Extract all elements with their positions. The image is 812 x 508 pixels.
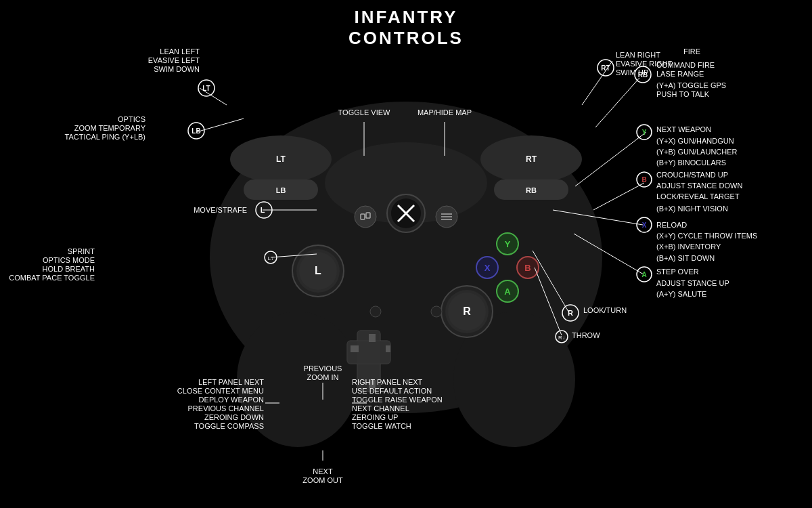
- svg-text:HOLD BREATH: HOLD BREATH: [43, 265, 95, 273]
- main-svg: LT RT LB RB: [0, 0, 812, 508]
- svg-text:CROUCH/STAND UP: CROUCH/STAND UP: [656, 171, 728, 179]
- svg-text:R↓: R↓: [558, 335, 565, 341]
- svg-point-48: [431, 306, 442, 317]
- svg-text:STEP OVER: STEP OVER: [656, 268, 699, 276]
- svg-text:OPTICS MODE: OPTICS MODE: [43, 256, 95, 264]
- svg-text:TOGGLE RAISE WEAPON: TOGGLE RAISE WEAPON: [352, 396, 443, 404]
- svg-text:FIRE: FIRE: [683, 47, 700, 56]
- svg-text:L: L: [315, 265, 321, 276]
- svg-line-68: [595, 78, 639, 127]
- svg-text:CLOSE CONTEXT MENU: CLOSE CONTEXT MENU: [177, 387, 264, 395]
- svg-text:R: R: [568, 309, 573, 317]
- svg-text:RELOAD: RELOAD: [656, 221, 687, 229]
- svg-line-75: [575, 132, 646, 186]
- svg-text:B: B: [641, 176, 646, 184]
- svg-text:LEAN RIGHT: LEAN RIGHT: [616, 51, 660, 59]
- svg-text:RT: RT: [601, 64, 610, 72]
- svg-text:USE DEFAULT ACTION: USE DEFAULT ACTION: [352, 387, 432, 395]
- title-area: INFANTRY CONTROLS: [348, 7, 464, 49]
- svg-text:ZOOM IN: ZOOM IN: [307, 373, 338, 381]
- svg-text:RB: RB: [638, 71, 648, 79]
- svg-text:ZOOM TEMPORARY: ZOOM TEMPORARY: [74, 124, 146, 132]
- svg-marker-35: [369, 334, 376, 342]
- svg-text:A: A: [641, 271, 646, 278]
- svg-marker-38: [386, 345, 390, 352]
- svg-text:RIGHT PANEL NEXT: RIGHT PANEL NEXT: [352, 378, 423, 386]
- svg-text:(Y+X) GUN/HANDGUN: (Y+X) GUN/HANDGUN: [656, 137, 734, 145]
- svg-text:X: X: [484, 263, 491, 273]
- svg-text:TOGGLE VIEW: TOGGLE VIEW: [338, 108, 390, 117]
- svg-text:EVASIVE LEFT: EVASIVE LEFT: [148, 56, 200, 64]
- svg-text:(B+A) SIT DOWN: (B+A) SIT DOWN: [656, 254, 715, 262]
- svg-text:(X+B) INVENTORY: (X+B) INVENTORY: [656, 242, 721, 251]
- svg-text:MAP/HIDE MAP: MAP/HIDE MAP: [418, 108, 472, 117]
- svg-text:L: L: [261, 206, 265, 214]
- svg-text:LB: LB: [276, 186, 286, 194]
- svg-text:Y: Y: [642, 129, 647, 136]
- title-line1: INFANTRY: [348, 7, 464, 28]
- svg-text:LASE RANGE: LASE RANGE: [656, 70, 704, 78]
- svg-text:R: R: [463, 305, 471, 317]
- svg-text:Y: Y: [505, 239, 511, 249]
- svg-text:SPRINT: SPRINT: [68, 247, 95, 255]
- svg-text:(Y+A) TOGGLE GPS: (Y+A) TOGGLE GPS: [656, 81, 726, 89]
- svg-text:RB: RB: [526, 186, 537, 194]
- svg-text:LOOK/TURN: LOOK/TURN: [583, 306, 627, 314]
- svg-text:LT: LT: [276, 154, 286, 164]
- svg-text:L↓: L↓: [268, 255, 273, 261]
- svg-text:LB: LB: [191, 127, 200, 135]
- title-line2: CONTROLS: [348, 28, 464, 49]
- svg-text:TOGGLE WATCH: TOGGLE WATCH: [352, 422, 411, 430]
- svg-text:COMMAND FIRE: COMMAND FIRE: [656, 61, 715, 69]
- svg-text:X: X: [642, 221, 647, 229]
- page-container: INFANTRY CONTROLS LT RT LB RB: [0, 0, 812, 508]
- svg-text:B: B: [524, 263, 531, 273]
- svg-text:OPTICS: OPTICS: [118, 115, 145, 123]
- svg-marker-37: [351, 345, 359, 352]
- svg-text:PREVIOUS: PREVIOUS: [304, 364, 342, 373]
- svg-text:NEXT WEAPON: NEXT WEAPON: [656, 125, 711, 133]
- svg-text:ADJUST STANCE DOWN: ADJUST STANCE DOWN: [656, 182, 742, 190]
- svg-text:DEPLOY WEAPON: DEPLOY WEAPON: [199, 396, 264, 404]
- svg-text:MOVE/STRAFE: MOVE/STRAFE: [194, 206, 247, 214]
- svg-line-82: [593, 183, 644, 210]
- svg-text:COMBAT PACE TOGGLE: COMBAT PACE TOGGLE: [9, 274, 95, 282]
- svg-text:NEXT: NEXT: [313, 467, 333, 475]
- svg-text:(Y+B) GUN/LAUNCHER: (Y+B) GUN/LAUNCHER: [656, 148, 738, 156]
- svg-text:THROW: THROW: [572, 331, 600, 339]
- svg-text:LEFT PANEL NEXT: LEFT PANEL NEXT: [198, 378, 264, 386]
- svg-text:ZEROING DOWN: ZEROING DOWN: [204, 413, 264, 421]
- svg-text:SWIM DOWN: SWIM DOWN: [154, 65, 200, 73]
- svg-point-12: [355, 206, 376, 228]
- svg-text:NEXT CHANNEL: NEXT CHANNEL: [352, 404, 409, 412]
- svg-line-55: [196, 119, 244, 132]
- svg-text:(X+Y) CYCLE THROW ITEMS: (X+Y) CYCLE THROW ITEMS: [656, 232, 757, 240]
- svg-text:ZEROING UP: ZEROING UP: [352, 413, 398, 421]
- svg-text:A: A: [504, 287, 511, 297]
- svg-text:RT: RT: [526, 154, 537, 164]
- svg-text:PUSH TO TALK: PUSH TO TALK: [656, 90, 710, 98]
- svg-text:LOCK/REVEAL TARGET: LOCK/REVEAL TARGET: [656, 192, 740, 200]
- svg-text:(B+X) NIGHT VISION: (B+X) NIGHT VISION: [656, 205, 728, 213]
- svg-text:(A+Y) SALUTE: (A+Y) SALUTE: [656, 290, 706, 298]
- svg-text:(B+Y) BINOCULARS: (B+Y) BINOCULARS: [656, 158, 726, 167]
- svg-text:ZOOM OUT: ZOOM OUT: [302, 476, 343, 484]
- svg-text:PREVIOUS CHANNEL: PREVIOUS CHANNEL: [188, 404, 264, 412]
- svg-point-47: [370, 306, 381, 317]
- svg-text:LEAN LEFT: LEAN LEFT: [160, 47, 200, 56]
- svg-text:LT: LT: [202, 85, 210, 92]
- svg-text:TACTICAL PING (Y+LB): TACTICAL PING (Y+LB): [65, 133, 146, 141]
- svg-text:ADJUST STANCE UP: ADJUST STANCE UP: [656, 279, 729, 287]
- svg-text:TOGGLE COMPASS: TOGGLE COMPASS: [194, 422, 264, 430]
